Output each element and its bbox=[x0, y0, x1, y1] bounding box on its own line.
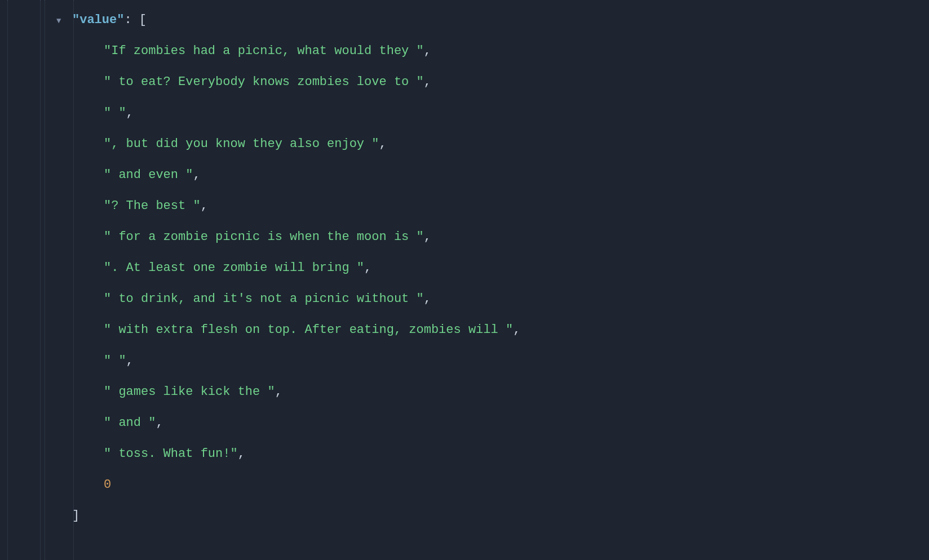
json-comma: , bbox=[424, 75, 431, 89]
code-line[interactable]: "? The best ", bbox=[0, 190, 929, 221]
json-comma: , bbox=[275, 385, 282, 399]
code-line[interactable]: " games like kick the ", bbox=[0, 376, 929, 407]
line-content[interactable]: ", but did you know they also enjoy ", bbox=[72, 128, 929, 159]
json-number: 0 bbox=[104, 478, 111, 492]
code-line[interactable]: " to drink, and it's not a picnic withou… bbox=[0, 283, 929, 314]
line-content[interactable]: ] bbox=[72, 500, 929, 531]
json-comma: , bbox=[193, 168, 200, 182]
line-content[interactable]: " to drink, and it's not a picnic withou… bbox=[72, 283, 929, 314]
json-editor: ▼"value": ["If zombies had a picnic, wha… bbox=[0, 0, 929, 560]
json-comma: , bbox=[201, 199, 208, 213]
json-string: " games like kick the " bbox=[104, 385, 275, 399]
fold-toggle[interactable]: ▼ bbox=[56, 6, 72, 37]
code-line[interactable]: " for a zombie picnic is when the moon i… bbox=[0, 221, 929, 252]
json-open-bracket: : [ bbox=[124, 13, 147, 27]
line-content[interactable]: " with extra flesh on top. After eating,… bbox=[72, 314, 929, 345]
line-content[interactable]: " for a zombie picnic is when the moon i… bbox=[72, 221, 929, 252]
code-line[interactable]: ", but did you know they also enjoy ", bbox=[0, 128, 929, 159]
code-line[interactable]: " ", bbox=[0, 345, 929, 376]
code-line[interactable]: " with extra flesh on top. After eating,… bbox=[0, 314, 929, 345]
json-comma: , bbox=[424, 292, 431, 306]
json-comma: , bbox=[513, 323, 520, 337]
code-line[interactable]: " toss. What fun!", bbox=[0, 438, 929, 469]
json-comma: , bbox=[126, 106, 134, 120]
json-string: " toss. What fun!" bbox=[104, 447, 238, 461]
code-line[interactable]: " to eat? Everybody knows zombies love t… bbox=[0, 66, 929, 97]
code-line[interactable]: "If zombies had a picnic, what would the… bbox=[0, 35, 929, 66]
json-string: " with extra flesh on top. After eating,… bbox=[104, 323, 513, 337]
code-line[interactable]: ] bbox=[0, 500, 929, 531]
json-comma: , bbox=[156, 416, 163, 430]
line-content[interactable]: "value": [ bbox=[72, 5, 929, 35]
line-content[interactable]: " toss. What fun!", bbox=[72, 438, 929, 469]
code-line[interactable]: 0 bbox=[0, 469, 929, 500]
json-comma: , bbox=[126, 354, 134, 368]
line-content[interactable]: 0 bbox=[72, 469, 929, 500]
json-string: " " bbox=[104, 354, 126, 368]
code-lines: ▼"value": ["If zombies had a picnic, wha… bbox=[0, 5, 929, 531]
json-string: " for a zombie picnic is when the moon i… bbox=[104, 230, 424, 244]
json-string: "If zombies had a picnic, what would the… bbox=[104, 44, 424, 58]
json-string: " and " bbox=[104, 416, 156, 430]
json-string: ". At least one zombie will bring " bbox=[104, 261, 364, 275]
code-line[interactable]: " and even ", bbox=[0, 159, 929, 190]
json-close-bracket: ] bbox=[72, 509, 79, 523]
line-content[interactable]: " ", bbox=[72, 97, 929, 128]
json-comma: , bbox=[364, 261, 371, 275]
json-string: ", but did you know they also enjoy " bbox=[104, 137, 379, 151]
json-comma: , bbox=[379, 137, 386, 151]
line-content[interactable]: ". At least one zombie will bring ", bbox=[72, 252, 929, 283]
json-string: "? The best " bbox=[104, 199, 201, 213]
code-line[interactable]: ". At least one zombie will bring ", bbox=[0, 252, 929, 283]
line-content[interactable]: " ", bbox=[72, 345, 929, 376]
json-string: " " bbox=[104, 106, 126, 120]
json-string: " to drink, and it's not a picnic withou… bbox=[104, 292, 424, 306]
json-string: " to eat? Everybody knows zombies love t… bbox=[104, 75, 424, 89]
json-comma: , bbox=[238, 447, 245, 461]
json-comma: , bbox=[424, 230, 431, 244]
json-string: " and even " bbox=[104, 168, 193, 182]
line-content[interactable]: "If zombies had a picnic, what would the… bbox=[72, 35, 929, 66]
json-key: "value" bbox=[72, 13, 124, 27]
json-comma: , bbox=[424, 44, 431, 58]
line-content[interactable]: " and ", bbox=[72, 407, 929, 438]
line-content[interactable]: " games like kick the ", bbox=[72, 376, 929, 407]
line-content[interactable]: " to eat? Everybody knows zombies love t… bbox=[72, 66, 929, 97]
line-content[interactable]: "? The best ", bbox=[72, 190, 929, 221]
code-line[interactable]: " ", bbox=[0, 97, 929, 128]
code-line[interactable]: ▼"value": [ bbox=[0, 5, 929, 35]
line-content[interactable]: " and even ", bbox=[72, 159, 929, 190]
code-line[interactable]: " and ", bbox=[0, 407, 929, 438]
